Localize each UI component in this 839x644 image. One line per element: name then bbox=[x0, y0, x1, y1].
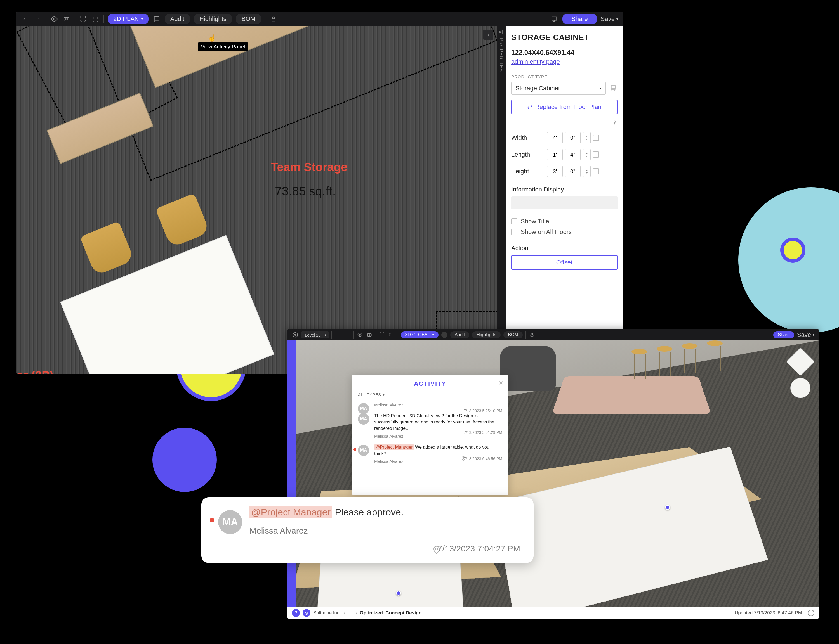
tab-highlights[interactable]: Highlights bbox=[194, 14, 232, 24]
product-type-select[interactable]: Storage Cabinet ▾ bbox=[511, 82, 606, 95]
expand-icon[interactable]: ⛶ bbox=[79, 15, 87, 23]
forward-icon[interactable]: → bbox=[344, 332, 351, 338]
target-icon[interactable] bbox=[808, 610, 814, 616]
properties-panel: STORAGE CABINET 122.04X40.64X91.44 admin… bbox=[506, 26, 623, 374]
show-title-row[interactable]: Show Title bbox=[511, 218, 617, 225]
info-display-label: Information Display bbox=[511, 186, 617, 193]
comment-text: Please approve. bbox=[335, 507, 403, 518]
breadcrumb-org[interactable]: Saltmine Inc. bbox=[313, 610, 341, 616]
back-icon[interactable]: ← bbox=[21, 15, 30, 23]
tab-bom[interactable]: BOM bbox=[503, 331, 522, 338]
furniture-barstool[interactable] bbox=[682, 343, 699, 374]
org-badge-icon[interactable]: S bbox=[303, 609, 311, 617]
offset-button[interactable]: Offset bbox=[511, 255, 617, 270]
height-stepper[interactable]: ▴▾ bbox=[583, 166, 591, 177]
link-dimensions-icon[interactable] bbox=[612, 119, 617, 127]
comment-pin[interactable] bbox=[665, 505, 670, 510]
width-lock-checkbox[interactable] bbox=[593, 135, 599, 141]
height-lock-checkbox[interactable] bbox=[593, 168, 599, 174]
activity-filter[interactable]: ALL TYPES ▾ bbox=[358, 393, 502, 397]
svg-point-0 bbox=[53, 18, 55, 20]
comment-callout[interactable]: MA @Project Manager Please approve. Meli… bbox=[201, 497, 534, 563]
comment-pin[interactable] bbox=[396, 591, 401, 596]
activity-item[interactable]: MA The HD Render - 3D Global View 2 for … bbox=[358, 413, 502, 439]
height-row: Height ▴▾ bbox=[511, 166, 617, 177]
forward-icon[interactable]: → bbox=[34, 15, 42, 23]
save-label: Save bbox=[797, 331, 811, 338]
breadcrumb-dots[interactable]: … bbox=[348, 610, 353, 616]
save-button[interactable]: Save ▾ bbox=[797, 331, 814, 338]
present-icon[interactable] bbox=[764, 332, 770, 338]
view-mode-selector[interactable]: 2D PLAN ▾ bbox=[108, 14, 148, 24]
offset-label: Offset bbox=[556, 259, 572, 266]
show-title-label: Show Title bbox=[521, 218, 549, 225]
furniture-barstool[interactable] bbox=[707, 340, 724, 371]
share-button[interactable]: Share bbox=[773, 331, 794, 338]
width-stepper[interactable]: ▴▾ bbox=[583, 132, 591, 143]
viewport-zoom-icon[interactable]: ↕ bbox=[483, 30, 494, 40]
bounds-icon[interactable]: ⬚ bbox=[91, 15, 100, 23]
eye-icon[interactable] bbox=[50, 15, 58, 23]
help-icon[interactable]: ? bbox=[292, 609, 300, 617]
furniture-barstool[interactable] bbox=[656, 346, 673, 377]
logo-icon[interactable] bbox=[292, 332, 299, 338]
collapse-icon: ▸| bbox=[500, 29, 503, 34]
properties-tab[interactable]: ▸| PROPERTIES bbox=[497, 26, 506, 374]
replace-from-floorplan-button[interactable]: ⇄ Replace from Floor Plan bbox=[511, 100, 617, 114]
level-selector[interactable]: Level 10 bbox=[301, 331, 329, 338]
viewport-3d[interactable]: ACTIVITY ✕ ALL TYPES ▾ MA Melissa Alvare… bbox=[296, 340, 819, 607]
activity-item[interactable]: MA @Project Manager We added a larger ta… bbox=[358, 444, 502, 464]
info-display-input[interactable] bbox=[511, 197, 617, 209]
width-inch-input[interactable] bbox=[565, 132, 581, 143]
comment-author: Melissa Alvarez bbox=[250, 526, 522, 536]
deco-purple-circle bbox=[152, 428, 217, 492]
share-button[interactable]: Share bbox=[563, 14, 597, 24]
activity-icon[interactable] bbox=[152, 15, 161, 23]
save-button[interactable]: Save ▾ bbox=[601, 15, 618, 23]
accent-stripe bbox=[288, 340, 296, 607]
furniture-barstool[interactable] bbox=[632, 349, 648, 380]
show-all-floors-checkbox[interactable] bbox=[511, 229, 517, 235]
eye-icon[interactable] bbox=[357, 332, 363, 338]
length-feet-input[interactable] bbox=[547, 149, 563, 160]
view-mode-selector[interactable]: 3D GLOBAL ▾ bbox=[401, 331, 439, 338]
furniture-lounge-chair[interactable] bbox=[500, 346, 556, 391]
present-icon[interactable] bbox=[550, 15, 558, 23]
length-lock-checkbox[interactable] bbox=[593, 151, 599, 158]
length-inch-input[interactable] bbox=[565, 149, 581, 160]
height-inch-input[interactable] bbox=[565, 166, 581, 177]
tab-audit[interactable]: Audit bbox=[165, 14, 190, 24]
lock-icon[interactable] bbox=[528, 332, 535, 338]
activity-item[interactable]: MA Melissa Alvarez 7/13/2023 5:25:10 PM bbox=[358, 402, 502, 407]
tab-bom[interactable]: BOM bbox=[236, 14, 261, 24]
expand-icon[interactable]: ⛶ bbox=[379, 332, 385, 338]
bounds-icon[interactable]: ⬚ bbox=[388, 332, 395, 338]
camera-icon[interactable] bbox=[366, 332, 373, 338]
admin-entity-link[interactable]: admin entity page bbox=[511, 58, 560, 65]
svg-rect-8 bbox=[367, 334, 372, 337]
width-feet-input[interactable] bbox=[547, 132, 563, 143]
breadcrumb-project[interactable]: Optimized_Concept Design bbox=[360, 610, 422, 616]
svg-point-7 bbox=[359, 334, 360, 336]
separator bbox=[525, 331, 526, 339]
navigation-disc[interactable] bbox=[790, 378, 811, 398]
close-icon[interactable]: ✕ bbox=[498, 380, 503, 386]
cursor-pointer-icon: ☝ bbox=[208, 34, 216, 42]
activity-indicator-icon[interactable] bbox=[441, 332, 447, 338]
height-feet-input[interactable] bbox=[547, 166, 563, 177]
deco-small-yellow-circle bbox=[780, 238, 805, 263]
separator bbox=[398, 331, 398, 339]
show-all-floors-row[interactable]: Show on All Floors bbox=[511, 228, 617, 236]
back-icon[interactable]: ← bbox=[334, 332, 341, 338]
separator bbox=[265, 15, 265, 23]
tab-audit[interactable]: Audit bbox=[450, 331, 469, 338]
viewport-2d[interactable]: Team Storage 73.85 sq.ft. Di or (8P) ↕ ⛶ bbox=[16, 26, 497, 374]
camera-icon[interactable] bbox=[63, 15, 71, 23]
show-title-checkbox[interactable] bbox=[511, 218, 517, 225]
length-stepper[interactable]: ▴▾ bbox=[583, 149, 591, 160]
lock-icon[interactable] bbox=[269, 15, 278, 23]
furniture-sofa[interactable] bbox=[552, 376, 711, 414]
tab-highlights[interactable]: Highlights bbox=[472, 331, 501, 338]
properties-tab-label: PROPERTIES bbox=[498, 38, 504, 72]
length-row: Length ▴▾ bbox=[511, 149, 617, 160]
